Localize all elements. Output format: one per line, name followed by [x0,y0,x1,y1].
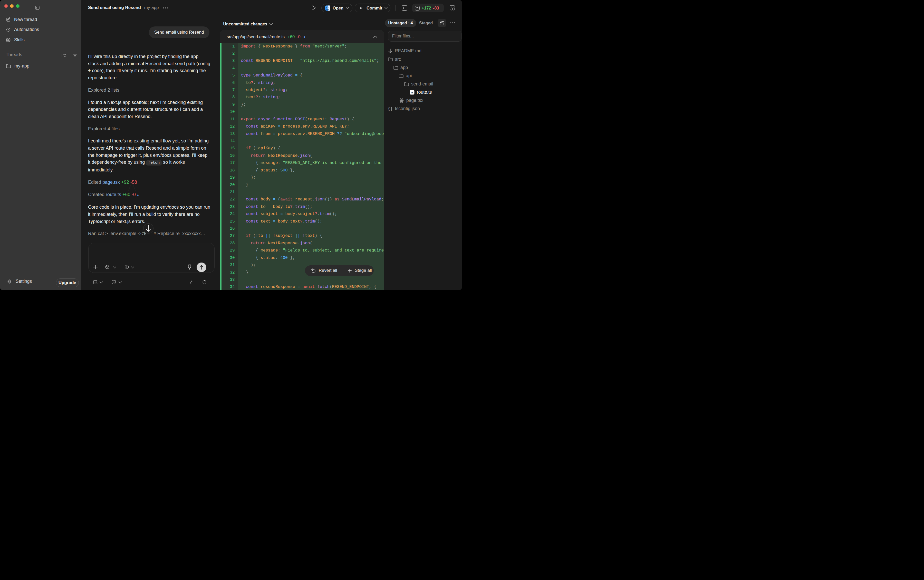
svg-text:TS: TS [411,91,413,94]
